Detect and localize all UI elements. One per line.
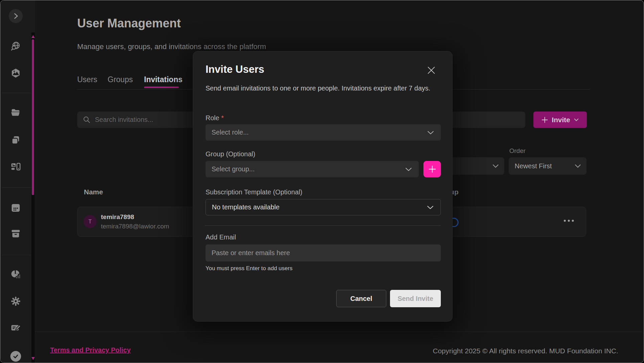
chevron-down-icon — [405, 167, 412, 171]
layers-copy-icon — [11, 135, 21, 145]
row-user-email: temira7898@lawior.com — [101, 223, 169, 230]
column-header-name: Name — [84, 188, 103, 196]
scrollbar-thumb[interactable] — [32, 39, 34, 195]
modal-description: Send email invitations to one or more pe… — [206, 83, 436, 94]
search-icon — [83, 116, 90, 123]
sidebar — [0, 0, 35, 363]
sidebar-item-status[interactable] — [10, 351, 21, 362]
pie-chart-icon — [11, 269, 21, 280]
sidebar-item-analytics[interactable] — [11, 269, 21, 280]
sidebar-divider — [2, 187, 31, 188]
subscription-template-value: No templates available — [212, 203, 279, 211]
cancel-button[interactable]: Cancel — [336, 290, 386, 307]
plus-icon — [428, 165, 436, 173]
sidebar-item-settings[interactable] — [11, 296, 21, 306]
calendar-icon — [11, 203, 21, 213]
group-label: Group (Optional) — [206, 150, 255, 158]
image-cube-icon — [11, 68, 21, 78]
app-window: User Management Manage users, groups, an… — [0, 0, 644, 363]
group-select[interactable]: Select group... — [206, 161, 419, 177]
gear-icon — [11, 296, 21, 306]
chevron-down-icon — [427, 131, 434, 135]
sidebar-expand-button[interactable] — [9, 9, 23, 23]
chevron-down-icon — [492, 164, 499, 168]
sidebar-divider — [2, 93, 31, 93]
folder-open-icon — [11, 108, 21, 118]
row-actions-button[interactable] — [564, 220, 574, 222]
copyright-text: Copyright 2025 © All rights reserved. MU… — [433, 347, 618, 355]
send-invite-button[interactable]: Send Invite — [390, 290, 441, 307]
email-input[interactable] — [206, 244, 441, 261]
chevron-down-icon — [427, 205, 434, 209]
scrollbar-up-arrow[interactable] — [31, 35, 35, 38]
role-select-value: Select role... — [212, 129, 249, 136]
card-edit-icon — [11, 323, 21, 333]
chevron-right-icon — [12, 12, 19, 20]
modal-section-divider — [205, 225, 441, 226]
sidebar-item-archive[interactable] — [11, 229, 21, 239]
role-select[interactable]: Select role... — [206, 124, 441, 141]
tab-invitations[interactable]: Invitations — [144, 75, 182, 84]
check-icon — [12, 353, 19, 360]
modal-close-button[interactable] — [426, 65, 436, 75]
chevron-down-icon — [574, 164, 581, 168]
sidebar-item-subscriptions[interactable] — [11, 323, 21, 333]
ellipsis-icon — [564, 220, 566, 222]
invite-users-modal: Invite Users Send email invitations to o… — [193, 51, 453, 322]
tab-users[interactable]: Users — [77, 75, 97, 84]
avatar: T — [84, 215, 97, 228]
sidebar-item-collections[interactable] — [11, 135, 21, 145]
subscription-template-select[interactable]: No templates available — [206, 199, 441, 215]
footer-divider — [35, 332, 642, 332]
sidebar-item-calendar[interactable] — [11, 203, 21, 213]
active-tab-indicator — [144, 86, 179, 88]
sidebar-divider — [2, 255, 31, 255]
invite-button[interactable]: Invite — [533, 112, 587, 128]
close-icon — [427, 66, 435, 74]
scrollbar-down-arrow[interactable] — [31, 357, 35, 360]
sidebar-item-dashboard[interactable] — [11, 162, 21, 172]
modal-title: Invite Users — [206, 63, 264, 75]
archive-box-icon — [11, 229, 21, 239]
invite-button-label: Invite — [552, 116, 570, 124]
sidebar-item-files[interactable] — [11, 108, 21, 118]
plus-icon — [541, 117, 548, 123]
sidebar-item-assets[interactable] — [11, 68, 21, 78]
subscription-template-label: Subscription Template (Optional) — [206, 188, 302, 196]
order-dropdown[interactable]: Newest First — [509, 157, 587, 175]
sidebar-scrollbar[interactable] — [31, 32, 35, 363]
order-label: Order — [509, 147, 526, 155]
sidebar-item-explore[interactable] — [11, 41, 21, 51]
chevron-down-icon — [574, 118, 579, 121]
add-group-button[interactable] — [423, 161, 441, 177]
email-helper-text: You must press Enter to add users — [206, 265, 292, 272]
tab-groups[interactable]: Groups — [108, 75, 133, 84]
globe-search-icon — [11, 41, 21, 51]
panels-grid-icon — [11, 162, 21, 172]
row-user-name: temira7898 — [101, 213, 134, 221]
order-dropdown-value: Newest First — [515, 162, 552, 170]
group-select-value: Select group... — [212, 165, 255, 173]
page-title: User Management — [77, 16, 181, 30]
terms-privacy-link[interactable]: Terms and Privacy Policy — [50, 346, 131, 354]
required-asterisk: * — [221, 114, 224, 122]
page-subtitle: Manage users, groups, and invitations ac… — [77, 42, 266, 51]
role-label: Role * — [206, 114, 224, 122]
add-email-label: Add Email — [206, 233, 236, 241]
